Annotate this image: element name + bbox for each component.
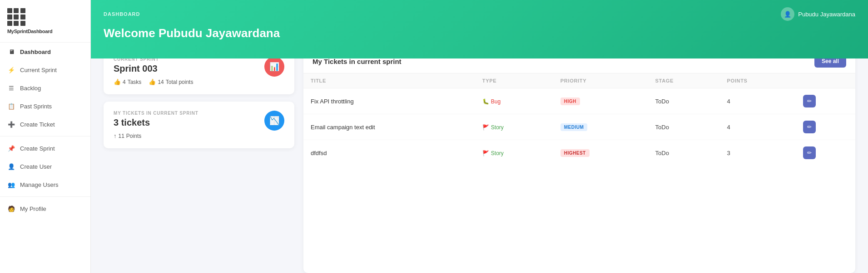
cell-title: Fix API throttling: [303, 88, 475, 114]
table-header-row: TITLE TYPE PRIORITY STAGE POINTS: [303, 73, 855, 88]
sidebar: MySprintDashboard 🖥 Dashboard ⚡ Current …: [0, 0, 91, 273]
ticket-points-count: 11: [119, 133, 124, 139]
type-label: Bug: [491, 98, 501, 105]
sidebar-item-past-sprints[interactable]: 📋 Past Sprints: [0, 97, 90, 115]
tasks-label: Tasks: [128, 79, 142, 85]
my-tickets-card: MY TICKETS IN CURRENT SPRINT 3 tickets ↑…: [104, 102, 294, 148]
cell-stage: ToDo: [648, 140, 720, 166]
sidebar-item-create-user[interactable]: 👤 Create User: [0, 157, 90, 176]
monitor-icon: 🖥: [7, 48, 15, 56]
avatar: 👤: [781, 7, 794, 21]
tasks-count: 4: [123, 79, 126, 85]
sidebar-label-current-sprint: Current Sprint: [20, 67, 57, 73]
tickets-table-panel: My Tickets in current sprint See all TIT…: [303, 48, 855, 273]
user-name: Pubudu Jayawardana: [798, 11, 855, 18]
table-row: Fix API throttling 🐛 Bug HIGH ToDo 4 ✏: [303, 88, 855, 114]
sidebar-item-dashboard[interactable]: 🖥 Dashboard: [0, 43, 90, 61]
tickets-card-info: MY TICKETS IN CURRENT SPRINT 3 tickets ↑…: [114, 111, 198, 139]
cell-stage: ToDo: [648, 114, 720, 140]
cell-priority: HIGHEST: [553, 140, 648, 166]
edit-button[interactable]: ✏: [803, 146, 816, 159]
sidebar-label-manage-users: Manage Users: [20, 181, 59, 188]
tickets-table: TITLE TYPE PRIORITY STAGE POINTS Fix API…: [303, 73, 855, 166]
edit-button[interactable]: ✏: [803, 95, 816, 107]
cell-type: 🚩 Story: [475, 140, 553, 166]
current-sprint-title: Sprint 003: [114, 63, 193, 74]
sidebar-label-past-sprints: Past Sprints: [20, 103, 52, 110]
sidebar-label-my-profile: My Profile: [20, 205, 46, 212]
cell-points: 4: [720, 114, 796, 140]
col-actions: [796, 73, 855, 88]
sidebar-label-create-ticket: Create Ticket: [20, 121, 55, 128]
col-priority: PRIORITY: [553, 73, 648, 88]
priority-badge: MEDIUM: [560, 123, 588, 131]
ticket-points-label: Points: [126, 133, 141, 139]
type-icon: 🚩: [482, 124, 489, 131]
sprint-chart-icon: 📊: [264, 57, 284, 77]
profile-icon: 🧑: [7, 205, 15, 213]
sidebar-label-backlog: Backlog: [20, 85, 41, 92]
backlog-icon: ☰: [7, 84, 15, 92]
manage-users-icon: 👥: [7, 180, 15, 189]
content-area: CURRENT SPRINT Sprint 003 👍 4 Tasks 👍 14…: [91, 48, 868, 273]
sidebar-label-create-user: Create User: [20, 163, 52, 170]
cell-type: 🚩 Story: [475, 114, 553, 140]
col-stage: STAGE: [648, 73, 720, 88]
priority-badge: HIGH: [560, 98, 580, 105]
col-title: TITLE: [303, 73, 475, 88]
table-row: dfdfsd 🚩 Story HIGHEST ToDo 3 ✏: [303, 140, 855, 166]
thumbs-up-icon: 👍: [114, 78, 121, 85]
user-info: 👤 Pubudu Jayawardana: [781, 7, 855, 21]
sidebar-item-current-sprint[interactable]: ⚡ Current Sprint: [0, 61, 90, 79]
cell-type: 🐛 Bug: [475, 88, 553, 114]
logo-icon: [7, 8, 25, 26]
table-row: Email campaign text edit 🚩 Story MEDIUM …: [303, 114, 855, 140]
create-user-icon: 👤: [7, 162, 15, 171]
main-content: DASHBOARD 👤 Pubudu Jayawardana Welcome P…: [91, 0, 868, 273]
table-container: TITLE TYPE PRIORITY STAGE POINTS Fix API…: [303, 73, 855, 273]
cell-stage: ToDo: [648, 88, 720, 114]
left-cards: CURRENT SPRINT Sprint 003 👍 4 Tasks 👍 14…: [104, 48, 294, 273]
cell-priority: MEDIUM: [553, 114, 648, 140]
cell-priority: HIGH: [553, 88, 648, 114]
cell-points: 3: [720, 140, 796, 166]
sidebar-item-create-ticket[interactable]: ➕ Create Ticket: [0, 115, 90, 133]
type-label: Story: [491, 124, 504, 131]
page-label: DASHBOARD: [104, 11, 140, 17]
sidebar-item-manage-users[interactable]: 👥 Manage Users: [0, 176, 90, 194]
cell-edit[interactable]: ✏: [796, 140, 855, 166]
create-sprint-icon: 📌: [7, 144, 15, 152]
cell-edit[interactable]: ✏: [796, 88, 855, 114]
sidebar-item-backlog[interactable]: ☰ Backlog: [0, 79, 90, 97]
cell-points: 4: [720, 88, 796, 114]
priority-badge: HIGHEST: [560, 149, 590, 157]
welcome-title: Welcome Pubudu Jayawardana: [104, 26, 855, 40]
sidebar-item-my-profile[interactable]: 🧑 My Profile: [0, 200, 90, 218]
tasks-stat: 👍 4 Tasks: [114, 78, 141, 85]
cell-edit[interactable]: ✏: [796, 114, 855, 140]
points-count: 14: [158, 79, 164, 85]
col-type: TYPE: [475, 73, 553, 88]
ticket-points-stat: ↑ 11 Points: [114, 132, 141, 139]
card-info: CURRENT SPRINT Sprint 003 👍 4 Tasks 👍 14…: [114, 57, 193, 85]
type-icon: 🚩: [482, 150, 489, 156]
create-ticket-icon: ➕: [7, 120, 15, 128]
sidebar-logo: MySprintDashboard: [0, 0, 90, 43]
cell-title: Email campaign text edit: [303, 114, 475, 140]
sidebar-item-create-sprint[interactable]: 📌 Create Sprint: [0, 139, 90, 157]
points-stat: 👍 14 Total points: [149, 78, 193, 85]
app-title: MySprintDashboard: [7, 29, 83, 34]
past-icon: 📋: [7, 102, 15, 110]
sidebar-label-create-sprint: Create Sprint: [20, 145, 55, 152]
points-icon: 👍: [149, 78, 156, 85]
panel-title: My Tickets in current sprint: [312, 58, 402, 65]
page-header: DASHBOARD 👤 Pubudu Jayawardana Welcome P…: [91, 0, 868, 58]
edit-button[interactable]: ✏: [803, 121, 816, 133]
nav-divider-2: [0, 196, 90, 197]
header-top: DASHBOARD 👤 Pubudu Jayawardana: [104, 7, 855, 21]
type-label: Story: [491, 150, 504, 156]
my-tickets-title: 3 tickets: [114, 117, 198, 128]
my-tickets-label: MY TICKETS IN CURRENT SPRINT: [114, 111, 198, 116]
arrow-up-icon: ↑: [114, 132, 117, 139]
tickets-pie-icon: 📉: [264, 111, 284, 131]
